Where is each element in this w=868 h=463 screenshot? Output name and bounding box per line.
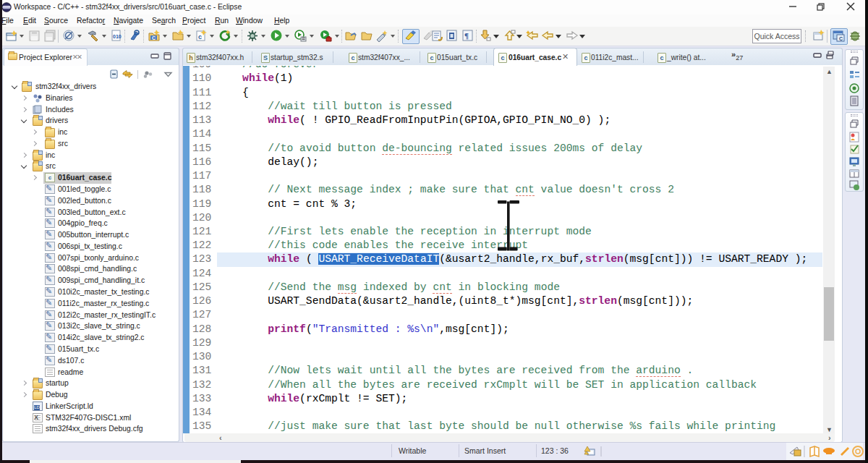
svg-text:010: 010 <box>113 34 122 39</box>
svg-text:¶: ¶ <box>464 31 469 40</box>
svg-text:C: C <box>839 36 843 41</box>
svg-text:C: C <box>152 35 156 41</box>
svg-text:c: c <box>198 33 202 41</box>
